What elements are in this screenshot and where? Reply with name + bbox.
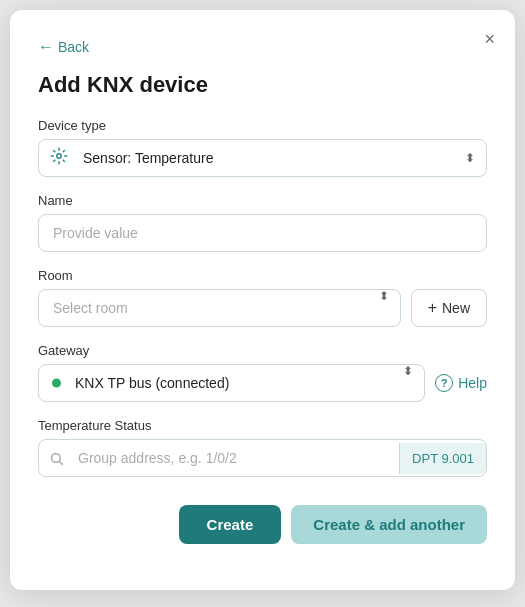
new-room-button[interactable]: + New — [411, 289, 487, 327]
room-row: Select room ⬍ + New — [38, 289, 487, 327]
temperature-status-field: Temperature Status DPT 9.001 — [38, 418, 487, 477]
footer: Create Create & add another — [38, 505, 487, 544]
help-circle-icon: ? — [435, 374, 453, 392]
create-button[interactable]: Create — [179, 505, 282, 544]
help-label: Help — [458, 375, 487, 391]
help-button[interactable]: ? Help — [435, 374, 487, 392]
name-field: Name — [38, 193, 487, 252]
device-type-select-wrapper: Sensor: Temperature ⬍ — [38, 139, 487, 177]
temperature-status-label: Temperature Status — [38, 418, 487, 433]
back-arrow-icon: ← — [38, 38, 54, 56]
search-icon — [39, 451, 74, 466]
name-label: Name — [38, 193, 487, 208]
gateway-row: KNX TP bus (connected) ⬍ ? Help — [38, 364, 487, 402]
group-address-input[interactable] — [74, 440, 399, 476]
device-type-field: Device type Sensor: Temperature ⬍ — [38, 118, 487, 177]
room-select-wrapper: Select room ⬍ — [38, 289, 401, 327]
create-add-another-button[interactable]: Create & add another — [291, 505, 487, 544]
svg-point-1 — [52, 453, 61, 462]
dpt-badge: DPT 9.001 — [399, 443, 486, 474]
close-button[interactable]: × — [480, 26, 499, 52]
gateway-select[interactable]: KNX TP bus (connected) — [38, 364, 425, 402]
gateway-field: Gateway KNX TP bus (connected) ⬍ ? Help — [38, 343, 487, 402]
page-title: Add KNX device — [38, 72, 487, 98]
device-type-label: Device type — [38, 118, 487, 133]
plus-icon: + — [428, 299, 437, 317]
gateway-select-wrapper: KNX TP bus (connected) ⬍ — [38, 364, 425, 402]
room-select[interactable]: Select room — [38, 289, 401, 327]
new-room-label: New — [442, 300, 470, 316]
room-field: Room Select room ⬍ + New — [38, 268, 487, 327]
back-button[interactable]: ← Back — [38, 38, 89, 56]
device-type-select[interactable]: Sensor: Temperature — [38, 139, 487, 177]
room-label: Room — [38, 268, 487, 283]
add-knx-device-modal: × ← Back Add KNX device Device type Sens… — [10, 10, 515, 590]
temperature-status-row: DPT 9.001 — [38, 439, 487, 477]
svg-line-2 — [59, 461, 62, 464]
name-input[interactable] — [38, 214, 487, 252]
gateway-label: Gateway — [38, 343, 487, 358]
back-label: Back — [58, 39, 89, 55]
